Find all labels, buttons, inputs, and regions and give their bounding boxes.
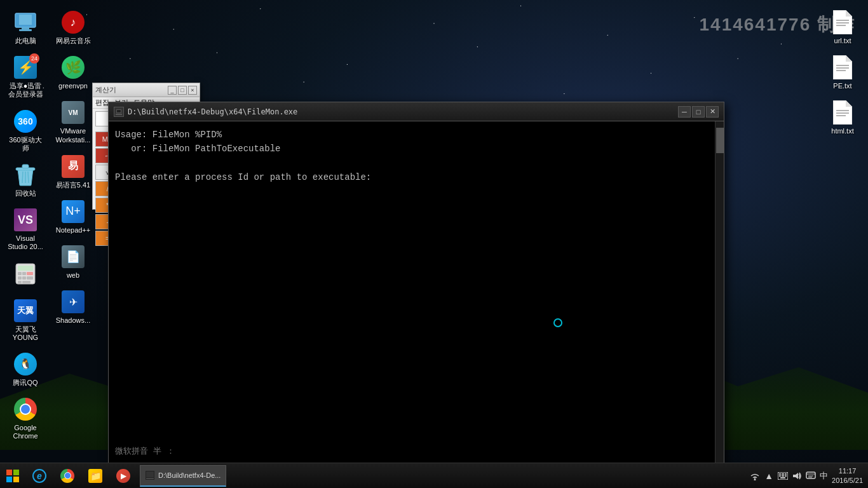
taskbar-chrome-icon-btn[interactable] — [53, 463, 81, 489]
svg-rect-37 — [116, 114, 122, 115]
tray-date: 2016/5/21 — [832, 476, 863, 485]
svg-rect-40 — [6, 477, 12, 482]
start-button[interactable] — [0, 463, 25, 489]
tray-message-icon[interactable] — [806, 471, 816, 481]
desktop-icon-recycle[interactable]: 回收站 — [3, 159, 48, 201]
svg-marker-54 — [793, 473, 798, 479]
calc-titlebar[interactable]: 계산기 _ □ × — [93, 83, 200, 97]
svg-rect-15 — [22, 276, 26, 280]
desktop-icon-vmware[interactable]: VM VMware Workstati... — [51, 97, 95, 147]
svg-rect-11 — [18, 272, 22, 275]
desktop-icon-label-computer: 此电脑 — [15, 37, 36, 45]
taskbar-app-filemon[interactable]: D:\Build\netfx4-De... — [140, 465, 226, 487]
desktop-icon-360[interactable]: 360 360驱动大师 — [3, 105, 48, 156]
desktop-icon-label-vmware: VMware Workstati... — [54, 127, 92, 144]
desktop-icon-label-pe-txt: PE.txt — [833, 82, 851, 90]
filemon-line-1: Usage: FileMon %PID% — [115, 128, 717, 142]
svg-rect-44 — [146, 478, 154, 479]
svg-rect-5 — [22, 165, 29, 168]
taskbar-ie-icon[interactable]: e — [25, 463, 53, 489]
svg-rect-49 — [785, 473, 787, 475]
svg-rect-41 — [13, 477, 19, 482]
filemon-scrollbar[interactable] — [715, 121, 724, 470]
desktop-icon-netease[interactable]: ♪ 网易云音乐 — [51, 6, 95, 48]
desktop-icon-yy[interactable]: 易 易语言5.41 — [51, 151, 95, 193]
calc-minimize-button[interactable]: _ — [168, 86, 177, 95]
desktop-icon-xunlei[interactable]: ⚡ 24 迅享●迅雷会员登录器 — [3, 51, 48, 102]
desktop-icon-computer[interactable]: 此电脑 — [3, 6, 48, 48]
taskbar-files-icon-btn[interactable]: 📁 — [81, 463, 109, 489]
tray-clock[interactable]: 11:17 2016/5/21 — [832, 466, 863, 485]
desktop-icon-label-greenvpn: greenvpn — [58, 82, 88, 90]
filemon-loading-indicator — [553, 318, 562, 327]
desktop-icon-label-notepad: Notepad++ — [56, 226, 90, 234]
tray-keyboard-icon[interactable] — [778, 471, 788, 481]
svg-rect-12 — [22, 272, 26, 275]
tray-volume-icon[interactable] — [792, 471, 802, 481]
svg-point-45 — [754, 478, 756, 480]
calc-menu-edit[interactable]: 편집 — [95, 98, 109, 107]
desktop-icon-chrome[interactable]: Google Chrome — [3, 393, 48, 444]
system-tray: ▲ — [745, 466, 868, 485]
filemon-minimize-button[interactable]: ─ — [678, 106, 691, 118]
svg-rect-43 — [146, 471, 154, 477]
svg-line-6 — [22, 172, 23, 183]
svg-line-8 — [28, 172, 29, 183]
desktop-icons-right: url.txt PE.txt — [817, 0, 868, 463]
filemon-scrollbar-thumb[interactable] — [716, 128, 724, 153]
files-icon-shape: 📁 — [88, 469, 102, 483]
desktop-icon-label-360: 360驱动大师 — [6, 136, 44, 152]
desktop-icon-label-chrome: Google Chrome — [6, 424, 44, 440]
svg-marker-25 — [846, 55, 852, 62]
filemon-title-icon — [114, 107, 124, 117]
ie-icon-shape: e — [32, 469, 46, 483]
tray-time: 11:17 — [832, 466, 863, 475]
taskbar: e 📁 ▶ D:\Build\netfx4-De... — [0, 463, 868, 488]
filemon-content[interactable]: Usage: FileMon %PID% or: FileMon PathToE… — [109, 121, 724, 470]
desktop-icon-shadow[interactable]: ✈ Shadows... — [51, 286, 95, 328]
filemon-titlebar[interactable]: D:\Build\netfx4-Debug\x64\FileMon.exe ─ … — [109, 102, 724, 121]
svg-rect-16 — [27, 276, 33, 280]
svg-rect-51 — [782, 475, 784, 477]
svg-rect-13 — [27, 272, 33, 275]
svg-rect-53 — [780, 477, 785, 478]
svg-rect-50 — [779, 475, 781, 477]
desktop-icon-label-xunlei: 迅享●迅雷会员登录器 — [6, 82, 44, 98]
tray-arrow-icon[interactable]: ▲ — [764, 471, 774, 481]
svg-rect-1 — [19, 15, 32, 25]
desktop-icon-notepad[interactable]: N+ Notepad++ — [51, 196, 95, 238]
svg-marker-20 — [846, 10, 852, 17]
svg-rect-17 — [18, 281, 22, 283]
filemon-input-hint: 微软拼音 半 ： — [115, 445, 175, 457]
svg-rect-47 — [779, 473, 781, 475]
desktop-icon-qq[interactable]: 🐧 腾讯QQ — [3, 348, 48, 390]
desktop-icon-label-qq: 腾讯QQ — [13, 379, 37, 387]
calc-close-button[interactable]: × — [188, 86, 197, 95]
svg-rect-39 — [13, 470, 19, 475]
desktop-icon-tianfei[interactable]: 天翼 天翼飞YOUNG — [3, 295, 48, 345]
chrome-icon-shape — [60, 469, 74, 483]
svg-rect-52 — [785, 475, 787, 477]
filemon-line-3 — [115, 156, 717, 170]
desktop-icon-url-txt[interactable]: url.txt — [820, 6, 865, 48]
desktop-icon-label-netease: 网易云音乐 — [56, 37, 91, 45]
desktop-icon-vs[interactable]: VS Visual Studio 20... — [3, 204, 48, 254]
svg-rect-3 — [19, 29, 32, 31]
filemon-output: Usage: FileMon %PID% or: FileMon PathToE… — [115, 128, 717, 185]
desktop-icon-pe-txt[interactable]: PE.txt — [820, 51, 865, 93]
calc-maximize-button[interactable]: □ — [178, 86, 187, 95]
svg-rect-14 — [18, 276, 22, 280]
svg-rect-2 — [22, 27, 29, 29]
filemon-maximize-button[interactable]: □ — [692, 106, 705, 118]
desktop-icon-html-txt[interactable]: html.txt — [820, 97, 865, 139]
desktop-icon-label-recycle: 回收站 — [15, 189, 36, 198]
desktop-icon-greenvpn[interactable]: 🌿 greenvpn — [51, 51, 95, 93]
tray-network-icon[interactable] — [750, 471, 760, 481]
tray-language-indicator[interactable]: 中 — [820, 470, 828, 482]
desktop-icon-web[interactable]: 📄 web — [51, 241, 95, 283]
filemon-close-button[interactable]: ✕ — [706, 106, 719, 118]
desktop-icon-label-html-txt: html.txt — [831, 127, 853, 135]
taskbar-media-icon-btn[interactable]: ▶ — [109, 463, 137, 489]
desktop-icon-label-url-txt: url.txt — [834, 37, 851, 45]
desktop-icon-calc[interactable] — [3, 258, 48, 292]
